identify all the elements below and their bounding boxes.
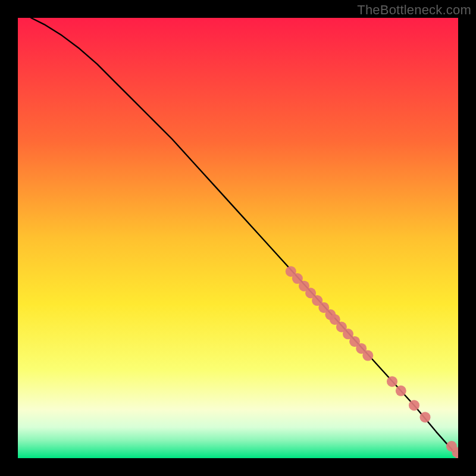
data-point: [420, 412, 431, 422]
gradient-background: [18, 18, 458, 458]
data-point: [387, 376, 397, 387]
data-point: [409, 400, 419, 411]
watermark-text: TheBottleneck.com: [357, 2, 471, 18]
data-point: [362, 350, 373, 361]
plot-svg: [18, 18, 458, 458]
plot-area: [18, 18, 458, 458]
data-point: [396, 386, 406, 396]
chart-stage: TheBottleneck.com: [0, 0, 476, 476]
